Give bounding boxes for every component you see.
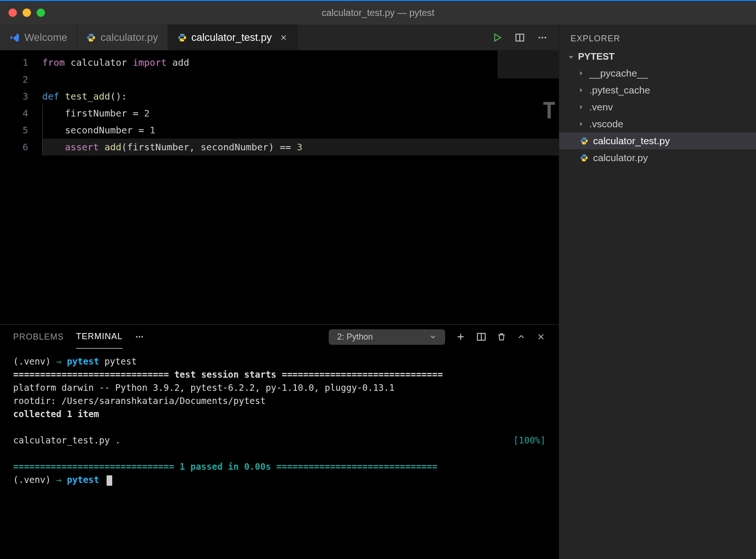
maximize-window-button[interactable]	[37, 8, 45, 17]
terminal-selector-label: 2: Python	[337, 332, 373, 342]
svg-point-9	[136, 336, 138, 337]
tab-calculator-test[interactable]: calculator_test.py	[168, 24, 298, 50]
python-icon	[580, 137, 588, 145]
panel-tab-terminal[interactable]: TERMINAL	[76, 325, 123, 349]
close-tab-icon[interactable]	[279, 33, 288, 42]
python-icon	[86, 33, 96, 42]
tab-calculator[interactable]: calculator.py	[77, 24, 168, 50]
svg-point-10	[139, 336, 140, 337]
tab-label: calculator_test.py	[192, 31, 272, 44]
terminal-line: (.venv) → pytest pytest	[13, 355, 546, 368]
terminal-line: collected 1 item	[13, 407, 546, 420]
close-panel-icon[interactable]	[536, 332, 546, 342]
python-icon	[177, 33, 187, 42]
line-number: 1	[0, 54, 42, 71]
code-line[interactable]	[42, 71, 559, 88]
terminal-line: rootdir: /Users/saranshkataria/Documents…	[13, 394, 546, 407]
editor-tabbar: Welcome calculator.py calculator_test.py	[0, 24, 559, 50]
svg-point-1	[93, 40, 93, 41]
panel-tabbar: PROBLEMS TERMINAL 2: Python	[0, 325, 559, 349]
terminal-selector[interactable]: 2: Python	[329, 329, 445, 345]
folder-pytest-cache[interactable]: .pytest_cache	[559, 82, 756, 99]
line-number: 2	[0, 71, 42, 88]
svg-point-2	[180, 34, 181, 35]
tree-label: .vscode	[589, 118, 623, 130]
panel-tab-problems[interactable]: PROBLEMS	[13, 326, 64, 349]
tree-label: __pycache__	[589, 68, 648, 79]
tree-label: calculator_test.py	[593, 135, 670, 147]
code-line[interactable]: secondNumber = 1	[42, 122, 559, 139]
explorer-title: EXPLORER	[559, 24, 756, 48]
code-content[interactable]: from calculator import add def test_add(…	[42, 50, 559, 324]
split-terminal-icon[interactable]	[476, 332, 486, 342]
explorer-section-label: PYTEST	[578, 51, 615, 62]
tree-label: .pytest_cache	[589, 85, 650, 96]
bottom-panel: PROBLEMS TERMINAL 2: Python	[0, 324, 559, 559]
folder-venv[interactable]: .venv	[559, 99, 756, 116]
svg-point-0	[89, 34, 90, 35]
code-line[interactable]: assert add(firstNumber, secondNumber) ==…	[42, 139, 559, 155]
editor-actions	[481, 24, 559, 50]
terminal-line: calculator_test.py .[100%]	[13, 434, 546, 447]
svg-point-3	[183, 40, 184, 41]
chevron-down-icon	[568, 54, 574, 60]
chevron-right-icon	[578, 70, 585, 76]
terminal-output[interactable]: (.venv) → pytest pytest ================…	[0, 349, 559, 559]
line-gutter: 1 2 3 4 5 6	[0, 50, 42, 324]
new-terminal-icon[interactable]	[455, 332, 466, 342]
terminal-cursor	[107, 475, 112, 486]
split-editor-icon[interactable]	[515, 32, 525, 43]
trash-icon[interactable]	[497, 332, 506, 342]
minimize-window-button[interactable]	[23, 8, 31, 17]
more-actions-icon[interactable]	[537, 32, 548, 43]
vscode-icon	[9, 32, 20, 43]
tree-label: .venv	[589, 101, 613, 113]
maximize-panel-icon[interactable]	[517, 332, 526, 342]
terminal-line	[13, 420, 546, 434]
code-line[interactable]: from calculator import add	[42, 54, 559, 71]
python-icon	[580, 154, 588, 162]
minimap[interactable]	[498, 50, 559, 78]
code-line[interactable]: def test_add():	[42, 88, 559, 105]
line-number: 6	[0, 139, 42, 155]
close-window-button[interactable]	[8, 8, 17, 17]
more-panel-icon[interactable]	[135, 332, 144, 342]
chevron-right-icon	[578, 87, 585, 93]
tab-label: Welcome	[24, 31, 67, 44]
terminal-line: (.venv) → pytest	[13, 473, 546, 486]
code-line[interactable]: firstNumber = 2	[42, 105, 559, 122]
line-number: 5	[0, 122, 42, 139]
folder-vscode[interactable]: .vscode	[559, 116, 756, 132]
svg-point-6	[539, 37, 540, 39]
file-calculator-test[interactable]: calculator_test.py	[559, 132, 756, 149]
svg-point-8	[545, 37, 547, 39]
terminal-line: platform darwin -- Python 3.9.2, pytest-…	[13, 381, 546, 394]
svg-point-11	[141, 336, 143, 337]
run-icon[interactable]	[492, 32, 502, 43]
traffic-lights	[0, 8, 45, 17]
chevron-right-icon	[578, 121, 585, 127]
terminal-line	[13, 447, 546, 460]
svg-point-7	[541, 37, 543, 39]
watermark: T	[542, 97, 556, 124]
explorer-section-header[interactable]: PYTEST	[559, 48, 756, 65]
window-title: calculator_test.py — pytest	[322, 8, 434, 18]
line-number: 4	[0, 105, 42, 122]
file-tree: __pycache__ .pytest_cache .venv .vscode …	[559, 65, 756, 166]
tree-label: calculator.py	[593, 152, 648, 163]
chevron-right-icon	[578, 104, 585, 110]
code-editor[interactable]: 1 2 3 4 5 6 from calculator import add d…	[0, 50, 559, 324]
line-number: 3	[0, 88, 42, 105]
terminal-line: ============================== 1 passed …	[13, 460, 546, 473]
folder-pycache[interactable]: __pycache__	[559, 65, 756, 82]
chevron-down-icon	[429, 333, 437, 341]
terminal-line: ============================= test sessi…	[13, 368, 546, 381]
titlebar: calculator_test.py — pytest	[0, 0, 756, 24]
file-calculator[interactable]: calculator.py	[559, 149, 756, 166]
tab-welcome[interactable]: Welcome	[0, 24, 77, 50]
explorer-sidebar: EXPLORER PYTEST __pycache__ .pytest_cach…	[559, 24, 756, 559]
tab-label: calculator.py	[100, 31, 158, 44]
